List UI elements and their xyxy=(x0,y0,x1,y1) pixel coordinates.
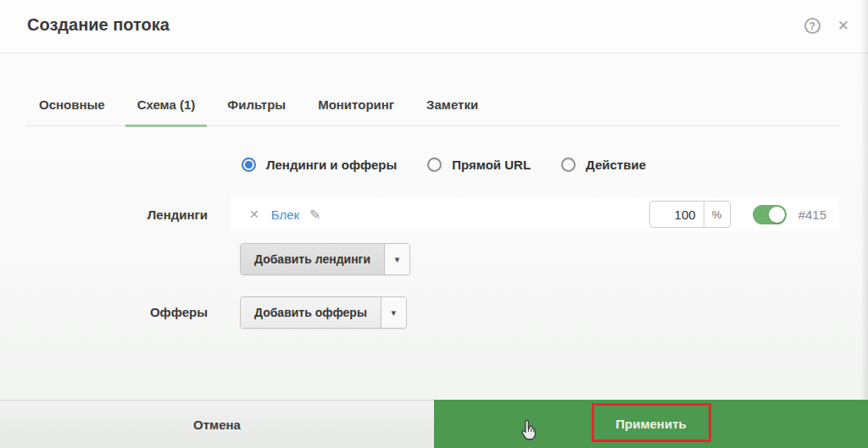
chevron-down-icon: ▾ xyxy=(395,254,400,265)
landing-enabled-toggle[interactable] xyxy=(753,205,787,224)
tab-filtry[interactable]: Фильтры xyxy=(215,85,298,127)
tab-osnovnye[interactable]: Основные xyxy=(27,85,117,127)
remove-landing-icon[interactable]: ✕ xyxy=(249,207,259,221)
add-offers-button[interactable]: Добавить офферы xyxy=(241,297,381,328)
radio-icon xyxy=(561,158,576,172)
close-icon[interactable]: ✕ xyxy=(837,19,849,33)
landings-label: Лендинги xyxy=(0,207,208,222)
scheme-type-radio-group: Лендинги и офферы Прямой URL Действие xyxy=(242,158,646,172)
page-edge-shadow xyxy=(860,0,868,400)
weight-input-group: % xyxy=(649,201,731,228)
modal-footer: Отмена Применить xyxy=(0,400,868,448)
landing-row-controls: % #415 xyxy=(649,201,826,228)
tab-zametki[interactable]: Заметки xyxy=(415,85,490,127)
radio-selected-icon xyxy=(242,158,256,172)
chevron-down-icon: ▾ xyxy=(392,307,397,318)
modal-header: Создание потока ? ✕ xyxy=(0,0,868,53)
landing-item-row: ✕ Блек ✎ % #415 xyxy=(231,197,839,231)
tab-shema[interactable]: Схема (1) xyxy=(125,85,208,127)
landing-id: #415 xyxy=(798,207,826,222)
edit-pencil-icon[interactable]: ✎ xyxy=(309,207,320,223)
apply-button[interactable]: Применить xyxy=(434,400,868,448)
apply-button-label: Применить xyxy=(615,417,686,431)
page-title: Создание потока xyxy=(27,15,170,35)
radio-option-landings-offers[interactable]: Лендинги и офферы xyxy=(242,158,397,172)
offers-label: Офферы xyxy=(0,305,208,319)
weight-input[interactable] xyxy=(650,202,704,227)
add-offers-split-button: Добавить офферы ▾ xyxy=(240,296,407,329)
landing-name-link[interactable]: Блек xyxy=(271,207,299,222)
tab-bar: Основные Схема (1) Фильтры Мониторинг За… xyxy=(27,85,839,126)
radio-icon xyxy=(427,158,442,172)
radio-option-direct-url[interactable]: Прямой URL xyxy=(427,158,531,172)
add-landings-dropdown[interactable]: ▾ xyxy=(384,244,409,274)
help-icon[interactable]: ? xyxy=(804,18,821,34)
add-landings-split-button: Добавить лендинги ▾ xyxy=(240,243,410,275)
create-flow-modal: Создание потока ? ✕ Основные Схема (1) Ф… xyxy=(0,0,868,448)
cancel-button[interactable]: Отмена xyxy=(0,400,434,448)
add-offers-dropdown[interactable]: ▾ xyxy=(381,297,406,328)
percent-suffix: % xyxy=(704,202,730,227)
tab-monitoring[interactable]: Мониторинг xyxy=(306,85,406,127)
add-landings-button[interactable]: Добавить лендинги xyxy=(241,244,384,274)
header-icons: ? ✕ xyxy=(804,18,849,34)
radio-option-action[interactable]: Действие xyxy=(561,158,646,172)
